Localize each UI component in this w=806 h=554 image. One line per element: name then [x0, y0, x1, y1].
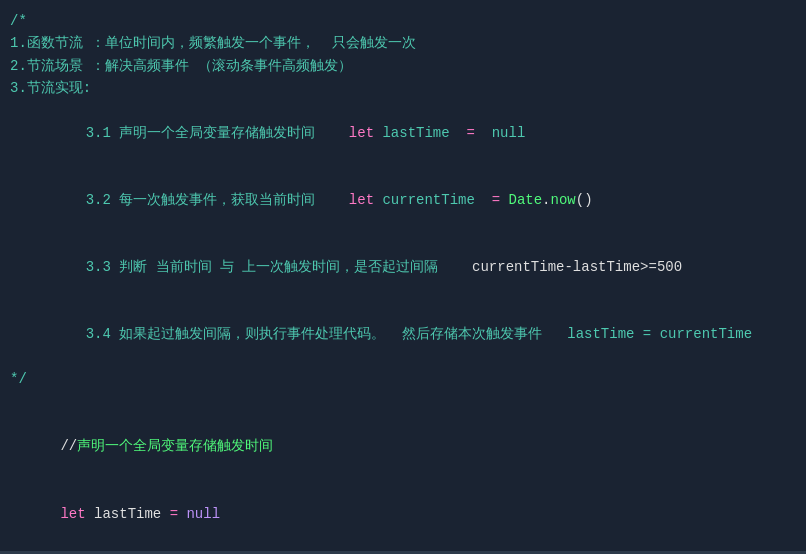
comment-open-text: /*	[10, 10, 796, 32]
line-global-comment: //声明一个全局变量存储触发时间	[0, 413, 806, 480]
line32-text: 3.2 每一次触发事件，获取当前时间 let currentTime = Dat…	[10, 167, 796, 234]
line-3-2: 3.2 每一次触发事件，获取当前时间 let currentTime = Dat…	[0, 167, 806, 234]
line-1: 1.函数节流 ：单位时间内，频繁触发一个事件， 只会触发一次	[0, 32, 806, 54]
line2-text: 2.节流场景 ：解决高频事件 （滚动条事件高频触发）	[10, 55, 796, 77]
line-3-4: 3.4 如果起过触发间隔，则执行事件处理代码。 然后存储本次触发事件 lastT…	[0, 301, 806, 368]
line-3-1: 3.1 声明一个全局变量存储触发时间 let lastTime = null	[0, 100, 806, 167]
comment-close-text: */	[10, 368, 796, 390]
line31-text: 3.1 声明一个全局变量存储触发时间 let lastTime = null	[10, 100, 796, 167]
line1-text: 1.函数节流 ：单位时间内，频繁触发一个事件， 只会触发一次	[10, 32, 796, 54]
line34-text: 3.4 如果起过触发间隔，则执行事件处理代码。 然后存储本次触发事件 lastT…	[10, 301, 796, 368]
line-3-3: 3.3 判断 当前时间 与 上一次触发时间，是否起过间隔 currentTime…	[0, 234, 806, 301]
line3-header-text: 3.节流实现:	[10, 77, 796, 99]
line-comment-close: */	[0, 368, 806, 390]
let-lasttime-text: let lastTime = null	[10, 480, 796, 547]
line-2: 2.节流场景 ：解决高频事件 （滚动条事件高频触发）	[0, 55, 806, 77]
line33-text: 3.3 判断 当前时间 与 上一次触发时间，是否起过间隔 currentTime…	[10, 234, 796, 301]
code-editor: /* 1.函数节流 ：单位时间内，频繁触发一个事件， 只会触发一次 2.节流场景…	[0, 0, 806, 554]
line-comment-open: /*	[0, 10, 806, 32]
line-3-header: 3.节流实现:	[0, 77, 806, 99]
line-let-lasttime: let lastTime = null	[0, 480, 806, 547]
blank-line-1	[0, 391, 806, 413]
global-comment-text: //声明一个全局变量存储触发时间	[10, 413, 796, 480]
